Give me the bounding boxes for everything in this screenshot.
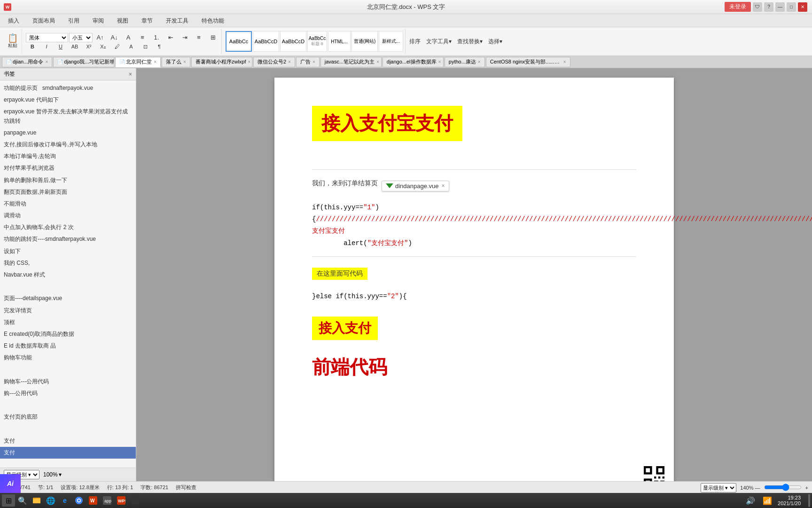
doc-tab-9-close[interactable]: × <box>438 59 441 64</box>
taskbar-wps[interactable]: WPS <box>115 494 128 507</box>
doc-tab-6-close[interactable]: × <box>288 59 291 64</box>
zoom-dropdown-arrow[interactable]: ▾ <box>59 471 62 478</box>
paragraph-mark-button[interactable]: ¶ <box>153 43 166 50</box>
sidebar-content[interactable]: 功能的提示页 smdnafterpayok.vue erpayok.vue 代码… <box>0 80 136 468</box>
show-desktop-button[interactable] <box>808 494 810 507</box>
tab-review[interactable]: 审阅 <box>86 15 110 27</box>
sidebar-item-1[interactable]: 功能的提示页 smdnafterpayok.vue <box>0 82 136 94</box>
taskbar-app1[interactable]: W <box>86 494 100 507</box>
taskbar-browser[interactable]: 🌐 <box>44 494 57 507</box>
sidebar-item-23[interactable]: 购物车功能 <box>0 352 136 364</box>
taskbar-chrome[interactable] <box>72 494 86 507</box>
table-button[interactable]: ⊞ <box>206 33 219 41</box>
tab-dev[interactable]: 开发工具 <box>160 15 195 27</box>
style-heading2-button[interactable]: AaBbCcD <box>280 31 306 52</box>
doc-tab-1[interactable]: 📄 djian...用命令 × <box>2 57 52 67</box>
login-button[interactable]: 未登录 <box>725 2 751 12</box>
bold-button[interactable]: B <box>26 43 39 50</box>
view-level-select[interactable]: 显示级别 ▾ <box>701 483 736 492</box>
sidebar-item-4[interactable]: panpage.vue <box>0 127 136 139</box>
font-size-select[interactable]: 小五 <box>69 33 93 42</box>
strikethrough-button[interactable]: AB <box>68 43 81 50</box>
increase-font-button[interactable]: A↑ <box>94 33 107 41</box>
sidebar-item-26[interactable]: 购---公用代码 <box>0 388 136 399</box>
text-tools-button[interactable]: 文字工具▾ <box>424 37 453 47</box>
border-button[interactable]: ⊡ <box>139 43 152 50</box>
sidebar-item-17[interactable] <box>0 281 136 293</box>
sidebar-item-8[interactable]: 购单的删除和善后,做一下 <box>0 175 136 186</box>
taskbar-app3[interactable] <box>129 494 142 507</box>
sidebar-item-31-selected[interactable]: 支付 <box>0 447 136 459</box>
tab-section[interactable]: 章节 <box>135 15 159 27</box>
file-tag-close-button[interactable]: × <box>442 183 445 189</box>
file-tag[interactable]: dindanpage.vue × <box>382 181 449 191</box>
sidebar-item-30[interactable]: 支付 <box>0 435 136 447</box>
tab-layout[interactable]: 页面布局 <box>26 15 61 27</box>
sidebar-item-27[interactable] <box>0 399 136 411</box>
tab-insert[interactable]: 插入 <box>2 15 25 27</box>
sidebar-item-7[interactable]: 对付苹果手机浏览器 <box>0 162 136 174</box>
ai-badge[interactable]: Ai <box>0 474 21 493</box>
zoom-slider[interactable] <box>764 484 802 491</box>
sidebar-item-10[interactable]: 不能滑动 <box>0 198 136 210</box>
taskbar-start-button[interactable]: ⊞ <box>2 494 15 507</box>
sidebar-item-22[interactable]: E id 去数据库取商 品 <box>0 340 136 352</box>
font-family-select[interactable]: 黑体 <box>26 33 68 42</box>
close-icon[interactable]: ✕ <box>798 2 807 12</box>
sort-button[interactable]: 排序 <box>407 37 422 47</box>
underline-button[interactable]: U <box>54 43 67 50</box>
sidebar-item-19[interactable]: 完发详情页 <box>0 305 136 317</box>
doc-tab-8[interactable]: javasc...笔记以此为主 × <box>320 57 382 67</box>
highlight-button[interactable]: 🖊 <box>110 43 124 50</box>
style-new-button[interactable]: 新样式... <box>379 31 403 52</box>
sidebar-item-15[interactable]: 我的 CSS, <box>0 257 136 269</box>
doc-tab-3-close[interactable]: × <box>154 59 156 64</box>
doc-tab-10-close[interactable]: × <box>478 59 481 64</box>
sidebar-item-18[interactable]: 页面----detailspage.vue <box>0 293 136 304</box>
italic-button[interactable]: I <box>40 43 53 50</box>
doc-tab-6[interactable]: 微信公众号2 × <box>253 57 295 67</box>
taskbar-file-manager[interactable] <box>30 494 43 507</box>
sidebar-item-9[interactable]: 翻页页面数据,并刷新页面 <box>0 186 136 198</box>
find-replace-button[interactable]: 查找替换▾ <box>455 37 484 47</box>
tray-icon-1[interactable]: 🔊 <box>744 494 757 507</box>
paste-button[interactable]: 📋 粘贴 <box>6 33 20 50</box>
sidebar-item-28[interactable]: 支付页的底部 <box>0 411 136 423</box>
indent-increase-button[interactable]: ⇥ <box>178 33 191 41</box>
sidebar-item-12[interactable]: 中点加入购物车,会执行 2 次 <box>0 222 136 233</box>
style-heading1-button[interactable]: AaBbCcD <box>253 31 279 52</box>
decrease-font-button[interactable]: A↓ <box>108 33 121 41</box>
doc-tab-11-close[interactable]: × <box>563 59 566 64</box>
sidebar-item-21[interactable]: E created(0)取消商品的数据 <box>0 328 136 340</box>
taskbar-cortana[interactable]: 🔍 <box>16 494 29 507</box>
doc-tab-2[interactable]: 📄 django我...习笔记新增这个 × <box>53 57 114 67</box>
document-area[interactable]: 接入支付宝支付 我们，来到订单结算页 dindanpage.vue × if(t… <box>136 68 812 481</box>
doc-tab-9[interactable]: django...el操作数据库 × <box>383 57 444 67</box>
doc-tab-11[interactable]: CentOS8 nginx安装与部......看这里,我的网站的修改过 × <box>486 57 570 67</box>
shield-icon[interactable]: 🛡 <box>753 2 762 12</box>
doc-tab-3-active[interactable]: 📄 北京同仁堂 × <box>115 57 161 67</box>
tray-icon-2[interactable]: 📶 <box>761 494 774 507</box>
sidebar-item-20[interactable]: 顶框 <box>0 317 136 328</box>
sidebar-item-3[interactable]: erpayok.vue 暂停开发,先去解决苹果浏览器支付成功跳转 <box>0 106 136 127</box>
select-button[interactable]: 选择▾ <box>486 37 504 47</box>
doc-tab-7[interactable]: 广告 × <box>296 57 320 67</box>
doc-tab-1-close[interactable]: × <box>45 59 48 64</box>
superscript-button[interactable]: X² <box>82 43 95 50</box>
zoom-control[interactable] <box>764 484 802 492</box>
numbering-button[interactable]: 1. <box>150 33 163 41</box>
list-button[interactable]: ≡ <box>136 33 149 41</box>
sidebar-item-11[interactable]: 调滑动 <box>0 210 136 222</box>
doc-tab-5[interactable]: 番薯商城小程序zwlxpf × <box>191 57 252 67</box>
sidebar-item-6[interactable]: 本地订单编号,去轮询 <box>0 151 136 162</box>
taskbar-ie[interactable]: e <box>58 494 71 507</box>
style-normal-button[interactable]: AaBbCc <box>226 31 252 52</box>
style-heading3-button[interactable]: AaBbCc 标题 8 <box>307 31 327 52</box>
sidebar-close-button[interactable]: × <box>129 71 132 78</box>
sidebar-item-29[interactable] <box>0 423 136 435</box>
sidebar-item-2[interactable]: erpayok.vue 代码如下 <box>0 94 136 106</box>
maximize-icon[interactable]: □ <box>787 2 796 12</box>
sidebar-item-14[interactable]: 设如下 <box>0 246 136 257</box>
doc-tab-10[interactable]: pytho...康达 × <box>445 57 485 67</box>
tab-special[interactable]: 特色功能 <box>195 15 230 27</box>
